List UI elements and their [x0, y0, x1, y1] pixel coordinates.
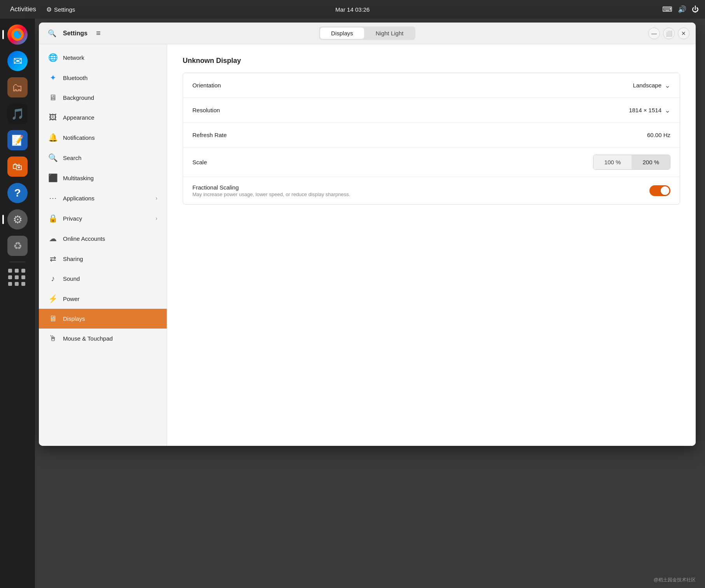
resolution-value[interactable]: 705 × 588 ⌄ [629, 106, 670, 115]
files-icon: 🗂 [7, 77, 28, 97]
sidebar-item-multitasking[interactable]: ⬛ Multitasking [39, 168, 167, 188]
search-button[interactable]: 🔍 [45, 26, 59, 40]
sidebar-item-notifications[interactable]: 🔔 Notifications [39, 127, 167, 148]
topbar-datetime: Mar 14 03:26 [335, 6, 370, 13]
sharing-icon: ⇄ [48, 254, 58, 263]
window-header: 🔍 Settings ≡ Displays Night Light — ⬜ ✕ [39, 23, 696, 44]
topbar-app-name: Settings [54, 6, 75, 13]
orientation-row: Orientation Landscape ⌄ [183, 73, 680, 98]
applications-chevron-icon: › [155, 195, 157, 201]
bluetooth-icon: ✦ [48, 73, 58, 82]
thunderbird-icon: ✉ [7, 51, 28, 71]
power-icon[interactable]: ⏻ [692, 5, 699, 14]
minimize-button[interactable]: — [648, 28, 660, 39]
menu-button[interactable]: ≡ [91, 26, 105, 40]
scale-200-button[interactable]: 200 % [632, 155, 670, 169]
privacy-icon: 🔒 [48, 214, 58, 223]
applications-icon: ⋯ [48, 193, 58, 203]
window-controls: — ⬜ ✕ [648, 28, 689, 39]
sidebar-label-power: Power [63, 296, 80, 302]
hamburger-icon: ≡ [96, 29, 101, 38]
resolution-row: Resolution 705 × 588 ⌄ [183, 98, 680, 123]
main-content: Unknown Display Orientation Landscape ⌄ … [167, 44, 696, 446]
toggle-knob [661, 186, 669, 195]
sound-sidebar-icon: ♪ [48, 274, 58, 283]
header-tabs: Displays Night Light [319, 26, 415, 40]
activities-button[interactable]: Activities [6, 4, 40, 15]
dock-item-files[interactable]: 🗂 [5, 75, 30, 99]
dock-item-recycle[interactable]: ♻ [5, 234, 30, 258]
sidebar-item-sharing[interactable]: ⇄ Sharing [39, 249, 167, 269]
sidebar-item-power[interactable]: ⚡ Power [39, 289, 167, 309]
network-icon: 🌐 [48, 53, 58, 62]
display-settings-card: Orientation Landscape ⌄ Resolution 1814 … [183, 73, 680, 205]
desktop: ✉ 🗂 🎵 📝 🛍 ? [0, 19, 705, 588]
sidebar-label-bluetooth: Bluetooth [63, 75, 87, 81]
dock: ✉ 🗂 🎵 📝 🛍 ? [0, 19, 35, 588]
dock-item-firefox[interactable] [5, 23, 30, 47]
dock-item-settings[interactable]: ⚙ [5, 207, 30, 231]
sidebar-item-search[interactable]: 🔍 Search [39, 148, 167, 168]
sidebar-item-displays[interactable]: 🖥 Displays [39, 309, 167, 329]
sidebar-label-displays: Displays [63, 315, 85, 322]
multitasking-icon: ⬛ [48, 173, 58, 183]
sidebar-item-sound[interactable]: ♪ Sound [39, 269, 167, 289]
sidebar-label-notifications: Notifications [63, 134, 95, 141]
sidebar-label-mouse: Mouse & Touchpad [63, 335, 113, 342]
orientation-value-text: Landscape [633, 82, 661, 89]
resolution-value-text: 705 × 588 [629, 107, 661, 113]
dock-item-rhythmbox[interactable]: 🎵 [5, 102, 30, 126]
privacy-chevron-icon: › [155, 215, 157, 221]
recycle-icon: ♻ [7, 236, 28, 256]
fractional-scaling-toggle[interactable] [649, 185, 670, 196]
tab-displays[interactable]: Displays [320, 28, 364, 39]
appstore-icon: 🛍 [7, 157, 28, 177]
refresh-rate-label: Refresh Rate [192, 132, 227, 138]
window-body: 🌐 Network ✦ Bluetooth 🖥 Background 🖼 App… [39, 44, 696, 446]
sidebar-label-sharing: Sharing [63, 256, 83, 262]
sidebar-item-appearance[interactable]: 🖼 Appearance [39, 108, 167, 127]
dock-item-show-apps[interactable] [5, 266, 30, 290]
maximize-button[interactable]: ⬜ [663, 28, 675, 39]
fractional-scaling-label: Fractional Scaling [192, 184, 350, 191]
sidebar-item-mouse[interactable]: 🖱 Mouse & Touchpad [39, 329, 167, 348]
close-button[interactable]: ✕ [678, 28, 689, 39]
sidebar-label-applications: Applications [63, 195, 94, 202]
apps-grid-icon [7, 268, 28, 288]
dock-divider [10, 262, 25, 262]
orientation-label: Orientation [192, 82, 221, 89]
display-section-title: Unknown Display [183, 57, 680, 65]
orientation-value[interactable]: Landscape ⌄ [633, 81, 670, 90]
tab-night-light[interactable]: Night Light [365, 28, 414, 39]
sidebar-item-background[interactable]: 🖥 Background [39, 88, 167, 108]
dock-item-thunderbird[interactable]: ✉ [5, 49, 30, 73]
notifications-icon: 🔔 [48, 133, 58, 142]
dock-item-help[interactable]: ? [5, 181, 30, 205]
window-title: Settings [63, 30, 87, 37]
topbar-left: Activities ⚙ Settings [6, 4, 75, 15]
rhythmbox-icon: 🎵 [7, 104, 28, 124]
sidebar-item-bluetooth[interactable]: ✦ Bluetooth [39, 68, 167, 88]
sidebar-item-applications[interactable]: ⋯ Applications › [39, 188, 167, 208]
online-accounts-icon: ☁ [48, 234, 58, 243]
sidebar-label-search: Search [63, 155, 82, 161]
resolution-label: Resolution [192, 107, 220, 113]
topbar-app-title: ⚙ Settings [46, 6, 75, 13]
writer-icon: 📝 [7, 130, 28, 150]
fractional-scaling-left: Fractional Scaling May increase power us… [192, 184, 350, 197]
sidebar-item-online-accounts[interactable]: ☁ Online Accounts [39, 228, 167, 249]
sidebar-label-appearance: Appearance [63, 114, 94, 121]
network-status-icon[interactable]: ⌨ [662, 5, 672, 14]
scale-100-button[interactable]: 100 % [593, 155, 632, 169]
fractional-scaling-description: May increase power usage, lower speed, o… [192, 191, 350, 197]
dock-item-appstore[interactable]: 🛍 [5, 155, 30, 179]
sidebar-item-network[interactable]: 🌐 Network [39, 47, 167, 68]
firefox-svg [10, 28, 24, 42]
sound-icon[interactable]: 🔊 [678, 5, 686, 14]
displays-icon: 🖥 [48, 314, 58, 323]
search-sidebar-icon: 🔍 [48, 153, 58, 162]
sidebar-item-privacy[interactable]: 🔒 Privacy › [39, 208, 167, 228]
scale-label: Scale [192, 159, 207, 165]
dock-item-writer[interactable]: 📝 [5, 128, 30, 152]
sidebar-label-online-accounts: Online Accounts [63, 235, 105, 242]
